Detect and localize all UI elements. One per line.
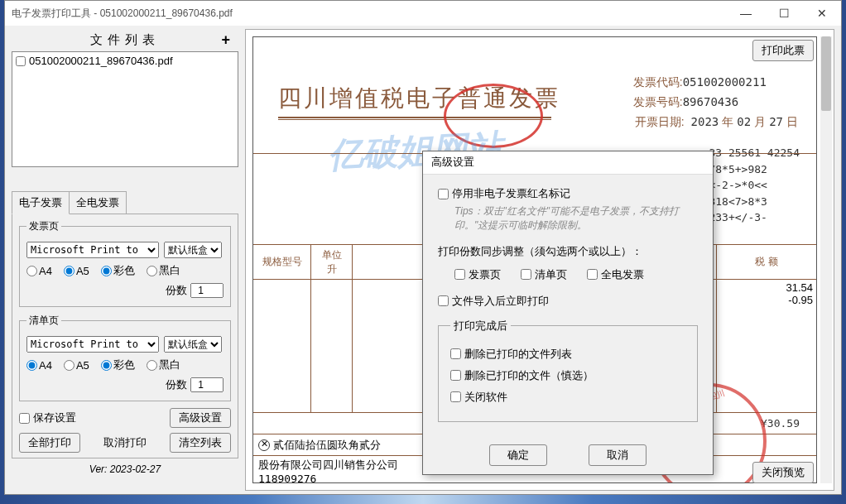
print-on-import-checkbox[interactable]: 文件导入后立即打印 — [438, 294, 698, 309]
invoice-printer-select[interactable]: Microsoft Print to PDF — [26, 242, 159, 258]
list-color-radio[interactable]: 彩色 — [101, 358, 135, 372]
list-copies-label: 份数 — [166, 377, 187, 392]
list-copies-input[interactable] — [190, 377, 224, 392]
list-a4-radio[interactable]: A4 — [26, 359, 52, 372]
sync-label: 打印份数同步调整（须勾选两个或以上）： — [438, 244, 698, 259]
after-del-file-checkbox[interactable]: 删除已打印的文件（慎选） — [450, 368, 685, 383]
filelist-header: 文件列表 — [90, 32, 160, 48]
tab-panel: 发票页 Microsoft Print to PDF 默认纸盒 A4 A5 彩色… — [12, 214, 238, 458]
col-tax: 税 额 — [717, 245, 816, 279]
list-printer-select[interactable]: Microsoft Print to PDF — [26, 336, 159, 353]
version-label: Ver: 2023-02-27 — [12, 463, 238, 475]
titlebar: 电子发票打印工具 - 051002000211_89670436.pdf — ☐… — [5, 1, 841, 26]
close-button[interactable]: ✕ — [803, 1, 841, 26]
list-a5-radio[interactable]: A5 — [64, 359, 89, 372]
window-title: 电子发票打印工具 - 051002000211_89670436.pdf — [12, 7, 233, 21]
disable-red-checkbox[interactable]: 停用非电子发票红名标记 — [438, 186, 698, 201]
sync-full-checkbox[interactable]: 全电发票 — [587, 267, 644, 282]
list-bw-radio[interactable]: 黑白 — [147, 358, 180, 372]
invoice-bw-radio[interactable]: 黑白 — [147, 263, 180, 278]
print-this-button[interactable]: 打印此票 — [752, 40, 814, 61]
sync-list-checkbox[interactable]: 清单页 — [521, 267, 567, 282]
file-list[interactable]: 051002000211_89670436.pdf — [12, 51, 238, 167]
file-checkbox[interactable] — [16, 56, 26, 66]
dialog-ok-button[interactable]: 确定 — [489, 444, 547, 466]
sync-invoice-checkbox[interactable]: 发票页 — [454, 267, 501, 282]
invoice-page-group: 发票页 Microsoft Print to PDF 默认纸盒 A4 A5 彩色… — [19, 219, 231, 307]
tab-full[interactable]: 全电发票 — [70, 191, 127, 214]
save-settings-checkbox[interactable]: 保存设置 — [19, 410, 76, 425]
list-page-group: 清单页 Microsoft Print to PDF 默认纸盒 A4 A5 彩色… — [19, 314, 231, 401]
file-name: 051002000211_89670436.pdf — [29, 55, 173, 67]
invoice-color-radio[interactable]: 彩色 — [101, 263, 135, 278]
list-item[interactable]: 051002000211_89670436.pdf — [14, 54, 236, 68]
dialog-cancel-button[interactable]: 取消 — [589, 444, 647, 466]
close-preview-button[interactable]: 关闭预览 — [752, 462, 814, 483]
cancel-print-button[interactable]: 取消打印 — [95, 433, 155, 453]
after-print-group: 打印完成后 删除已打印的文件列表 删除已打印的文件（慎选） 关闭软件 — [438, 319, 698, 422]
advanced-settings-dialog: 高级设置 停用非电子发票红名标记 Tips：双击"红名文件"可能不是电子发票，不… — [422, 151, 714, 475]
list-legend: 清单页 — [26, 314, 61, 328]
invoice-a4-radio[interactable]: A4 — [26, 265, 52, 277]
preview-scrollbar[interactable] — [820, 36, 832, 483]
invoice-tray-select[interactable]: 默认纸盒 — [164, 242, 222, 258]
dialog-tips: Tips：双击"红名文件"可能不是电子发票，不支持打印。"这提示可临时解除限制。 — [454, 204, 698, 233]
after-del-list-checkbox[interactable]: 删除已打印的文件列表 — [450, 347, 685, 362]
print-all-button[interactable]: 全部打印 — [19, 433, 80, 453]
invoice-legend: 发票页 — [26, 219, 61, 233]
minimize-button[interactable]: — — [727, 1, 765, 26]
add-file-button[interactable]: + — [221, 31, 235, 49]
invoice-a5-radio[interactable]: A5 — [64, 265, 89, 277]
col-unit: 单位升 — [311, 245, 353, 279]
invoice-copies-input[interactable] — [190, 283, 224, 298]
invoice-copies-label: 份数 — [166, 283, 187, 298]
dialog-title: 高级设置 — [423, 151, 713, 175]
after-legend: 打印完成后 — [450, 319, 511, 334]
cross-circle-icon — [258, 439, 270, 451]
clear-list-button[interactable]: 清空列表 — [170, 433, 231, 453]
col-spec: 规格型号 — [253, 245, 311, 279]
list-tray-select[interactable]: 默认纸盒 — [164, 336, 222, 353]
sidebar: 文件列表 + 051002000211_89670436.pdf 电子发票 全电… — [5, 26, 245, 494]
after-close-checkbox[interactable]: 关闭软件 — [450, 390, 685, 405]
advanced-settings-button[interactable]: 高级设置 — [170, 408, 231, 428]
invoice-info: 发票代码:051002000211 发票号码:89670436 开票日期: 20… — [633, 75, 800, 135]
maximize-button[interactable]: ☐ — [765, 1, 803, 26]
tab-electronic[interactable]: 电子发票 — [12, 191, 70, 214]
